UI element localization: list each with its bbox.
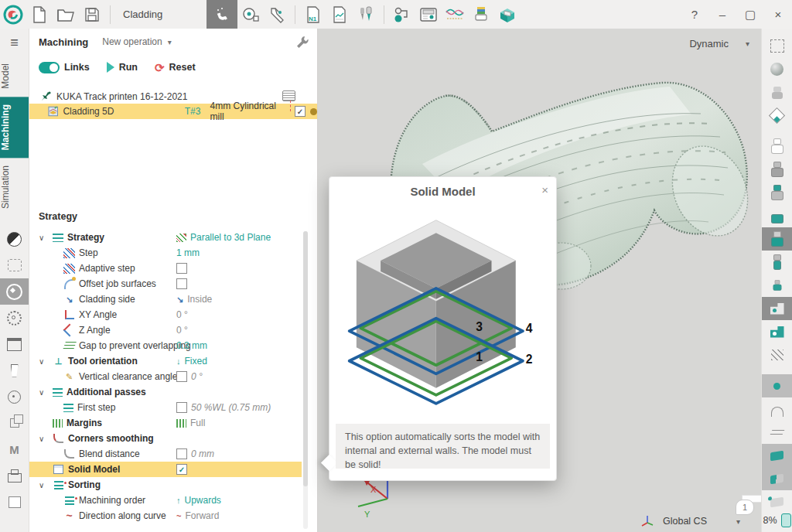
waves-display-icon[interactable]	[762, 421, 792, 444]
maximize-button[interactable]: ▢	[736, 3, 764, 26]
zoom-level[interactable]: 8%	[763, 515, 777, 526]
open-file-icon[interactable]	[53, 3, 79, 26]
graphs-icon[interactable]	[442, 3, 468, 26]
surface-flag-icon[interactable]	[762, 444, 792, 467]
param-value[interactable]: 50 %WL (0.75 mm)	[176, 402, 271, 413]
run-button[interactable]: Run	[107, 62, 138, 73]
param-row-tool-orientation[interactable]: ∨ ⊥ Tool orientation ↓Fixed	[29, 353, 302, 369]
checkbox-unchecked[interactable]	[176, 278, 187, 289]
node-link-icon[interactable]	[389, 3, 415, 26]
param-row-corners-smoothing[interactable]: ∨ Corners smoothing	[29, 431, 302, 446]
param-value[interactable]: 1 mm	[176, 247, 200, 258]
param-value[interactable]: Parallel to 3d Plane	[176, 232, 271, 243]
tab-model[interactable]: Model	[0, 56, 29, 97]
tool-holder-icon[interactable]	[762, 181, 792, 204]
param-value[interactable]: Full	[176, 418, 205, 428]
param-row-vertical-clearance[interactable]: ✎ Vertical clearance angle 0 °	[29, 369, 302, 384]
toggle-on-icon[interactable]	[39, 62, 60, 73]
blank-sheet-icon[interactable]	[0, 489, 29, 515]
param-row-margins[interactable]: Margins Full	[29, 415, 302, 431]
surface-flag-mix-icon[interactable]	[762, 467, 792, 490]
menu-icon[interactable]: ≡	[10, 29, 19, 56]
chevron-icon[interactable]: ∨	[39, 234, 44, 242]
param-row-blend-distance[interactable]: Blend distance 0 mm	[29, 446, 302, 462]
param-value[interactable]	[176, 278, 187, 289]
caliper-icon[interactable]	[264, 3, 290, 26]
chevron-icon[interactable]: ∨	[39, 435, 44, 443]
param-value[interactable]: ~Forward	[176, 510, 219, 521]
point-display-icon[interactable]	[762, 374, 792, 397]
param-value[interactable]: ✓	[176, 464, 187, 475]
new-operation-dropdown[interactable]: New operation ▾	[102, 36, 171, 47]
param-value[interactable]: ↘Inside	[176, 294, 212, 305]
links-toggle[interactable]: Links	[39, 62, 90, 73]
tool-slim-icon[interactable]	[762, 274, 792, 297]
tool-display-selected-icon[interactable]	[762, 227, 792, 251]
param-row-adaptive-step[interactable]: Adaptive step	[29, 261, 302, 276]
chevron-icon[interactable]: ∨	[39, 388, 44, 397]
tool-shaded-icon[interactable]	[762, 158, 792, 181]
operation-checkbox[interactable]: ✓	[295, 106, 306, 117]
params-scrollbar[interactable]	[303, 231, 308, 529]
help-button[interactable]: ?	[681, 3, 708, 26]
tool-cylinder-icon[interactable]	[762, 204, 792, 227]
param-row-machining-order[interactable]: Machining order ↑Upwards	[29, 493, 302, 508]
param-row-xy-angle[interactable]: XY Angle 0 °	[29, 307, 302, 322]
machine-teal-icon[interactable]	[762, 320, 792, 343]
selection-marquee-icon[interactable]	[0, 252, 29, 278]
param-row-z-angle[interactable]: Z Angle 0 °	[29, 322, 302, 338]
param-row-sorting[interactable]: ∨ Sorting	[29, 477, 302, 493]
surface-flag-star-icon[interactable]	[762, 490, 792, 513]
param-row-direction-along-curve[interactable]: ~ Direction along curve ~Forward	[29, 508, 302, 523]
param-value[interactable]: ↓Fixed	[176, 356, 207, 367]
coordinate-system-dropdown[interactable]: Global CS	[663, 516, 707, 527]
printer-3d-icon[interactable]	[468, 3, 494, 26]
report-icon[interactable]	[326, 3, 353, 26]
popup-close-icon[interactable]: ×	[541, 183, 548, 196]
param-value[interactable]: 0.3 mm	[176, 340, 207, 351]
tab-machining[interactable]: Machining	[0, 97, 29, 158]
chevron-icon[interactable]: ∨	[39, 357, 44, 366]
copy-boxes-icon[interactable]	[0, 410, 29, 436]
param-row-cladding-side[interactable]: ↘ Cladding side ↘Inside	[29, 292, 302, 307]
print-icon[interactable]	[0, 462, 29, 489]
param-value[interactable]: 0 °	[176, 325, 188, 336]
settings-gear-icon[interactable]	[0, 305, 29, 331]
machine-table-icon[interactable]	[0, 331, 29, 357]
param-row-solid-model[interactable]: Solid Model ✓	[29, 462, 302, 477]
param-value[interactable]: ↑Upwards	[176, 495, 221, 506]
param-row-step[interactable]: Step 1 mm	[29, 245, 302, 261]
checkbox-unchecked[interactable]	[176, 448, 187, 459]
close-button[interactable]: ×	[764, 3, 792, 26]
wrench-icon[interactable]	[295, 35, 309, 49]
save-file-icon[interactable]	[79, 3, 105, 26]
view-mode-dropdown[interactable]: Dynamic ▾	[689, 38, 749, 49]
param-row-first-step[interactable]: First step 50 %WL (0.75 mm)	[29, 400, 302, 415]
minimize-button[interactable]: –	[708, 3, 736, 26]
tab-simulation[interactable]: Simulation	[0, 158, 29, 217]
checkbox-unchecked[interactable]	[176, 402, 187, 413]
snap-magnet-icon[interactable]	[207, 0, 237, 29]
chevron-down-icon[interactable]: ▾	[736, 517, 740, 526]
macro-m-icon[interactable]: M	[0, 436, 29, 462]
machine-console-icon[interactable]	[415, 3, 442, 26]
param-value[interactable]: 0 mm	[176, 448, 214, 459]
reset-button[interactable]: ⟳ Reset	[155, 62, 196, 73]
hatch-display-icon[interactable]	[762, 343, 792, 367]
param-value[interactable]	[176, 263, 187, 274]
scrollbar-thumb[interactable]	[303, 231, 308, 486]
tool-wireframe-icon[interactable]	[762, 135, 792, 158]
checkbox-unchecked[interactable]	[176, 263, 187, 274]
gauge-icon[interactable]	[0, 384, 29, 410]
param-value[interactable]: 0 °	[176, 309, 188, 320]
stock-cylinder-icon[interactable]	[762, 80, 792, 104]
materials-box-icon[interactable]	[494, 3, 521, 26]
new-file-icon[interactable]	[26, 3, 53, 26]
checkbox-checked[interactable]: ✓	[176, 464, 187, 475]
param-value[interactable]: 0 °	[176, 371, 203, 382]
nc-program-icon[interactable]: N1	[300, 3, 326, 26]
checkbox-unchecked[interactable]	[176, 371, 187, 382]
fit-view-icon[interactable]	[762, 34, 792, 57]
measure-icon[interactable]	[237, 3, 264, 26]
cutting-tool-icon[interactable]	[0, 357, 29, 384]
